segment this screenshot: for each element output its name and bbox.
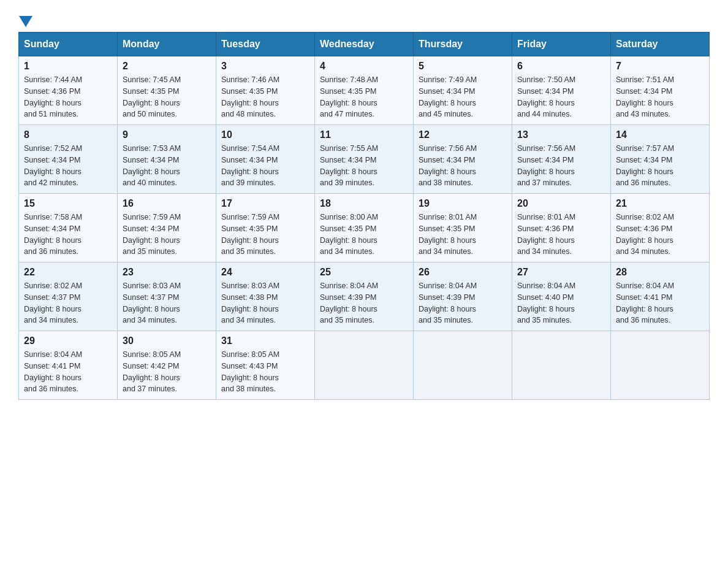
day-cell: 29 Sunrise: 8:04 AMSunset: 4:41 PMDaylig… bbox=[19, 331, 118, 400]
day-info: Sunrise: 7:46 AMSunset: 4:35 PMDaylight:… bbox=[221, 75, 279, 118]
day-number: 7 bbox=[616, 61, 704, 72]
logo bbox=[18, 15, 32, 26]
day-cell: 23 Sunrise: 8:03 AMSunset: 4:37 PMDaylig… bbox=[118, 262, 216, 331]
day-info: Sunrise: 7:45 AMSunset: 4:35 PMDaylight:… bbox=[123, 75, 181, 118]
day-info: Sunrise: 7:53 AMSunset: 4:34 PMDaylight:… bbox=[123, 144, 181, 187]
header-row: SundayMondayTuesdayWednesdayThursdayFrid… bbox=[19, 33, 710, 56]
day-cell: 12 Sunrise: 7:56 AMSunset: 4:34 PMDaylig… bbox=[414, 125, 512, 194]
day-number: 8 bbox=[24, 129, 112, 140]
day-cell: 5 Sunrise: 7:49 AMSunset: 4:34 PMDayligh… bbox=[414, 56, 512, 125]
day-cell: 30 Sunrise: 8:05 AMSunset: 4:42 PMDaylig… bbox=[118, 331, 216, 400]
day-info: Sunrise: 7:56 AMSunset: 4:34 PMDaylight:… bbox=[419, 144, 477, 187]
day-cell: 9 Sunrise: 7:53 AMSunset: 4:34 PMDayligh… bbox=[118, 125, 216, 194]
day-info: Sunrise: 7:59 AMSunset: 4:35 PMDaylight:… bbox=[221, 213, 279, 256]
day-number: 23 bbox=[123, 267, 211, 278]
day-header-saturday: Saturday bbox=[611, 33, 710, 56]
day-info: Sunrise: 7:50 AMSunset: 4:34 PMDaylight:… bbox=[517, 75, 575, 118]
day-number: 6 bbox=[517, 61, 605, 72]
day-cell: 1 Sunrise: 7:44 AMSunset: 4:36 PMDayligh… bbox=[19, 56, 118, 125]
day-cell: 7 Sunrise: 7:51 AMSunset: 4:34 PMDayligh… bbox=[611, 56, 710, 125]
day-number: 2 bbox=[123, 61, 211, 72]
day-number: 5 bbox=[419, 61, 507, 72]
day-cell: 28 Sunrise: 8:04 AMSunset: 4:41 PMDaylig… bbox=[611, 262, 710, 331]
day-info: Sunrise: 8:05 AMSunset: 4:42 PMDaylight:… bbox=[123, 350, 181, 393]
day-info: Sunrise: 7:49 AMSunset: 4:34 PMDaylight:… bbox=[419, 75, 477, 118]
day-cell: 6 Sunrise: 7:50 AMSunset: 4:34 PMDayligh… bbox=[512, 56, 611, 125]
day-number: 3 bbox=[221, 61, 309, 72]
day-info: Sunrise: 8:04 AMSunset: 4:40 PMDaylight:… bbox=[517, 282, 575, 324]
day-number: 18 bbox=[320, 198, 408, 209]
day-number: 19 bbox=[419, 198, 507, 209]
day-info: Sunrise: 7:52 AMSunset: 4:34 PMDaylight:… bbox=[24, 144, 82, 187]
day-info: Sunrise: 8:03 AMSunset: 4:38 PMDaylight:… bbox=[221, 282, 279, 324]
day-info: Sunrise: 7:48 AMSunset: 4:35 PMDaylight:… bbox=[320, 75, 378, 118]
day-info: Sunrise: 7:59 AMSunset: 4:34 PMDaylight:… bbox=[123, 213, 181, 256]
day-cell bbox=[611, 331, 710, 400]
day-header-wednesday: Wednesday bbox=[315, 33, 414, 56]
day-info: Sunrise: 8:04 AMSunset: 4:41 PMDaylight:… bbox=[24, 350, 82, 393]
day-number: 12 bbox=[419, 129, 507, 140]
day-header-sunday: Sunday bbox=[19, 33, 118, 56]
day-info: Sunrise: 8:03 AMSunset: 4:37 PMDaylight:… bbox=[123, 282, 181, 324]
day-cell: 20 Sunrise: 8:01 AMSunset: 4:36 PMDaylig… bbox=[512, 194, 611, 262]
day-number: 26 bbox=[419, 267, 507, 278]
calendar-body: 1 Sunrise: 7:44 AMSunset: 4:36 PMDayligh… bbox=[19, 56, 710, 400]
day-cell: 14 Sunrise: 7:57 AMSunset: 4:34 PMDaylig… bbox=[611, 125, 710, 194]
svg-marker-0 bbox=[19, 16, 32, 27]
day-cell: 26 Sunrise: 8:04 AMSunset: 4:39 PMDaylig… bbox=[414, 262, 512, 331]
day-number: 25 bbox=[320, 267, 408, 278]
day-info: Sunrise: 7:58 AMSunset: 4:34 PMDaylight:… bbox=[24, 213, 82, 256]
day-cell: 17 Sunrise: 7:59 AMSunset: 4:35 PMDaylig… bbox=[216, 194, 315, 262]
day-info: Sunrise: 8:01 AMSunset: 4:36 PMDaylight:… bbox=[517, 213, 575, 256]
day-cell: 25 Sunrise: 8:04 AMSunset: 4:39 PMDaylig… bbox=[315, 262, 414, 331]
day-cell: 15 Sunrise: 7:58 AMSunset: 4:34 PMDaylig… bbox=[19, 194, 118, 262]
day-info: Sunrise: 8:02 AMSunset: 4:37 PMDaylight:… bbox=[24, 282, 82, 324]
week-row-5: 29 Sunrise: 8:04 AMSunset: 4:41 PMDaylig… bbox=[19, 331, 710, 400]
day-number: 28 bbox=[616, 267, 704, 278]
day-cell: 31 Sunrise: 8:05 AMSunset: 4:43 PMDaylig… bbox=[216, 331, 315, 400]
day-cell: 8 Sunrise: 7:52 AMSunset: 4:34 PMDayligh… bbox=[19, 125, 118, 194]
day-cell: 27 Sunrise: 8:04 AMSunset: 4:40 PMDaylig… bbox=[512, 262, 611, 331]
day-cell: 21 Sunrise: 8:02 AMSunset: 4:36 PMDaylig… bbox=[611, 194, 710, 262]
day-info: Sunrise: 7:55 AMSunset: 4:34 PMDaylight:… bbox=[320, 144, 378, 187]
logo-arrow-icon bbox=[19, 16, 32, 28]
day-number: 17 bbox=[221, 198, 309, 209]
calendar-header: SundayMondayTuesdayWednesdayThursdayFrid… bbox=[19, 33, 710, 56]
day-number: 9 bbox=[123, 129, 211, 140]
day-number: 21 bbox=[616, 198, 704, 209]
day-number: 16 bbox=[123, 198, 211, 209]
day-number: 4 bbox=[320, 61, 408, 72]
day-cell: 13 Sunrise: 7:56 AMSunset: 4:34 PMDaylig… bbox=[512, 125, 611, 194]
day-cell: 24 Sunrise: 8:03 AMSunset: 4:38 PMDaylig… bbox=[216, 262, 315, 331]
day-info: Sunrise: 8:00 AMSunset: 4:35 PMDaylight:… bbox=[320, 213, 378, 256]
day-info: Sunrise: 8:02 AMSunset: 4:36 PMDaylight:… bbox=[616, 213, 674, 256]
day-number: 31 bbox=[221, 335, 309, 347]
day-info: Sunrise: 8:04 AMSunset: 4:39 PMDaylight:… bbox=[419, 282, 477, 324]
day-cell: 2 Sunrise: 7:45 AMSunset: 4:35 PMDayligh… bbox=[118, 56, 216, 125]
day-number: 15 bbox=[24, 198, 112, 209]
day-info: Sunrise: 7:54 AMSunset: 4:34 PMDaylight:… bbox=[221, 144, 279, 187]
day-cell: 19 Sunrise: 8:01 AMSunset: 4:35 PMDaylig… bbox=[414, 194, 512, 262]
day-info: Sunrise: 7:57 AMSunset: 4:34 PMDaylight:… bbox=[616, 144, 674, 187]
day-number: 27 bbox=[517, 267, 605, 278]
day-number: 13 bbox=[517, 129, 605, 140]
page-header bbox=[18, 15, 710, 26]
day-info: Sunrise: 7:51 AMSunset: 4:34 PMDaylight:… bbox=[616, 75, 674, 118]
day-number: 1 bbox=[24, 61, 112, 72]
day-info: Sunrise: 8:04 AMSunset: 4:39 PMDaylight:… bbox=[320, 282, 378, 324]
day-header-friday: Friday bbox=[512, 33, 611, 56]
day-number: 20 bbox=[517, 198, 605, 209]
day-info: Sunrise: 8:01 AMSunset: 4:35 PMDaylight:… bbox=[419, 213, 477, 256]
day-cell: 4 Sunrise: 7:48 AMSunset: 4:35 PMDayligh… bbox=[315, 56, 414, 125]
day-header-monday: Monday bbox=[118, 33, 216, 56]
day-info: Sunrise: 7:56 AMSunset: 4:34 PMDaylight:… bbox=[517, 144, 575, 187]
day-number: 22 bbox=[24, 267, 112, 278]
day-cell: 11 Sunrise: 7:55 AMSunset: 4:34 PMDaylig… bbox=[315, 125, 414, 194]
day-cell: 18 Sunrise: 8:00 AMSunset: 4:35 PMDaylig… bbox=[315, 194, 414, 262]
day-number: 29 bbox=[24, 335, 112, 347]
day-cell bbox=[315, 331, 414, 400]
day-header-thursday: Thursday bbox=[414, 33, 512, 56]
week-row-1: 1 Sunrise: 7:44 AMSunset: 4:36 PMDayligh… bbox=[19, 56, 710, 125]
day-cell: 16 Sunrise: 7:59 AMSunset: 4:34 PMDaylig… bbox=[118, 194, 216, 262]
calendar-table: SundayMondayTuesdayWednesdayThursdayFrid… bbox=[18, 32, 710, 400]
